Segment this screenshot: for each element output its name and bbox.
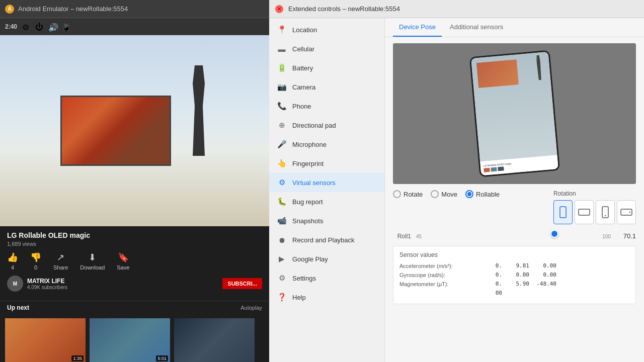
emulator-icon: A <box>5 5 14 14</box>
sidebar-item-snapshots[interactable]: 📹 Snapshots <box>269 211 384 230</box>
battery-icon: 🔋 <box>277 63 286 72</box>
channel-subs: 4.09K subscribers <box>27 285 222 290</box>
share-button[interactable]: ↗ Share <box>53 252 68 270</box>
emulator-title: Android Emulator – newRollable:5554 <box>18 5 128 13</box>
sidebar-item-location[interactable]: 📍 Location <box>269 20 384 39</box>
emulator-panel: A Android Emulator – newRollable:5554 2:… <box>0 0 269 362</box>
channel-row: M MATRIX LIFE 4.09K subscribers SUBSCRI.… <box>7 276 262 292</box>
bug-icon: 🐛 <box>277 197 286 206</box>
channel-avatar: M <box>7 276 23 292</box>
sidebar-item-battery[interactable]: 🔋 Battery <box>269 58 384 77</box>
video-views: 1,689 views <box>7 241 262 247</box>
sidebar-item-label: Help <box>292 294 306 301</box>
list-item[interactable]: 5:01 Riding down the Dolomiten... <box>90 318 170 362</box>
download-button[interactable]: ⬇ Download <box>80 252 105 270</box>
rotation-portrait-button[interactable] <box>553 200 573 224</box>
roll1-max: 100 <box>602 234 611 239</box>
share-label: Share <box>53 264 68 270</box>
move-radio-circle <box>431 190 439 198</box>
toolbar-time: 2:40 <box>5 23 17 30</box>
ext-title: Extended controls – newRollable:5554 <box>288 5 400 13</box>
device-screen-content <box>471 52 557 162</box>
rotation-label: Rotation <box>553 190 636 197</box>
like-icon: 👍 <box>7 252 18 263</box>
radio-rotate[interactable]: Rotate <box>393 190 423 198</box>
dislike-count: 0 <box>34 264 37 270</box>
slider-row-roll1: Roll1 45 100 70.1 <box>393 232 636 240</box>
help-icon: ❓ <box>277 293 286 302</box>
sidebar-item-label: Record and Playback <box>292 236 355 244</box>
thumb-duration-1: 1:35 <box>71 355 84 361</box>
sidebar-item-google-play[interactable]: ▶ Google Play <box>269 249 384 268</box>
download-icon: ⬇ <box>89 252 96 263</box>
sidebar-item-directional-pad[interactable]: ⊕ Directional pad <box>269 116 384 135</box>
location-icon: 📍 <box>277 25 286 34</box>
power-icon[interactable]: ⏻ <box>35 23 43 31</box>
rotation-landscape-button[interactable] <box>575 200 594 224</box>
sidebar-item-label: Phone <box>292 103 311 110</box>
sidebar-item-record-playback[interactable]: ⏺ Record and Playback <box>269 230 384 249</box>
rotate-label: Rotate <box>404 191 423 198</box>
sidebar-item-fingerprint[interactable]: 👆 Fingerprint <box>269 154 384 173</box>
volume-icon[interactable]: 🔊 <box>48 23 56 31</box>
camera-icon: 📷 <box>277 82 286 92</box>
emulator-icon-letter: A <box>8 6 11 12</box>
radio-move[interactable]: Move <box>431 190 457 198</box>
thumbnail-image-3 <box>174 318 255 362</box>
sidebar-item-label: Snapshots <box>292 217 323 225</box>
sidebar-item-virtual-sensors[interactable]: ⚙ Virtual sensors <box>269 173 384 192</box>
sensor-section-title: Sensor values <box>399 251 629 258</box>
roll1-slider-thumb[interactable] <box>550 230 558 238</box>
video-area <box>0 35 269 226</box>
sidebar-item-microphone[interactable]: 🎤 Microphone <box>269 135 384 154</box>
radio-group: Rotate Move Rollable <box>393 190 500 198</box>
screen-icon[interactable]: 📱 <box>61 23 69 31</box>
subscribe-button[interactable]: SUBSCRI... <box>222 278 262 289</box>
accel-z: 0.00 <box>531 262 556 269</box>
thumbnails-row: 1:35 Worlds first rollable OLED TV... 5:… <box>0 314 269 362</box>
snapshots-icon: 📹 <box>277 216 286 225</box>
sidebar-item-label: Google Play <box>292 255 328 263</box>
tab-device-pose[interactable]: Device Pose <box>393 18 442 37</box>
tabs-row: Device Pose Additional sensors <box>385 18 644 37</box>
up-next-header: Up next Autoplay <box>0 301 269 314</box>
gyroscope-label: Gyroscope (rad/s): <box>399 272 475 278</box>
like-count: 4 <box>11 264 14 270</box>
sensor-note-val: 00 <box>477 290 502 296</box>
settings-icon[interactable]: ⚙ <box>22 23 30 31</box>
device-inner-person <box>535 55 543 80</box>
sidebar-item-label: Virtual sensors <box>292 179 336 187</box>
channel-info: MATRIX LIFE 4.09K subscribers <box>27 278 222 290</box>
sidebar-item-label: Bug report <box>292 198 323 206</box>
mag-z: -48.40 <box>531 281 556 287</box>
close-button[interactable]: ✕ <box>275 5 283 13</box>
rollable-radio-dot <box>467 192 471 196</box>
dislike-button[interactable]: 👎 0 <box>30 252 41 270</box>
sensor-section: Sensor values Accelerometer (m/s²): 0. 9… <box>393 246 636 304</box>
sidebar-item-help[interactable]: ❓ Help <box>269 288 384 307</box>
microphone-icon: 🎤 <box>277 140 286 149</box>
rotation-landscape-reverse-button[interactable] <box>617 200 636 224</box>
rotation-portrait-reverse-button[interactable] <box>596 200 615 224</box>
tab-additional-sensors[interactable]: Additional sensors <box>444 18 509 37</box>
dislike-icon: 👎 <box>30 252 41 263</box>
sidebar-item-settings[interactable]: ⚙ Settings <box>269 268 384 288</box>
list-item[interactable]: 1:35 Worlds first rollable OLED TV... <box>5 318 86 362</box>
radio-rollable[interactable]: Rollable <box>465 190 500 198</box>
device-mockup: LG Rollable OLED magic <box>469 50 559 177</box>
sidebar-item-label: Cellular <box>292 45 314 53</box>
sidebar-item-label: Location <box>292 26 317 34</box>
svg-rect-0 <box>560 207 566 218</box>
sidebar-item-cellular[interactable]: ▬ Cellular <box>269 39 384 58</box>
sidebar-item-bug-report[interactable]: 🐛 Bug report <box>269 192 384 211</box>
share-icon: ↗ <box>57 252 64 263</box>
list-item[interactable]: LG Rollable TV OLED 65RX... <box>174 318 255 362</box>
like-button[interactable]: 👍 4 <box>7 252 18 270</box>
save-button[interactable]: 🔖 Save <box>117 252 129 270</box>
record-icon: ⏺ <box>277 235 286 244</box>
sidebar-item-camera[interactable]: 📷 Camera <box>269 77 384 97</box>
sidebar-item-phone[interactable]: 📞 Phone <box>269 97 384 116</box>
device-screen: LG Rollable OLED magic <box>471 52 558 176</box>
sidebar-item-label: Battery <box>292 64 313 72</box>
move-label: Move <box>441 191 457 198</box>
